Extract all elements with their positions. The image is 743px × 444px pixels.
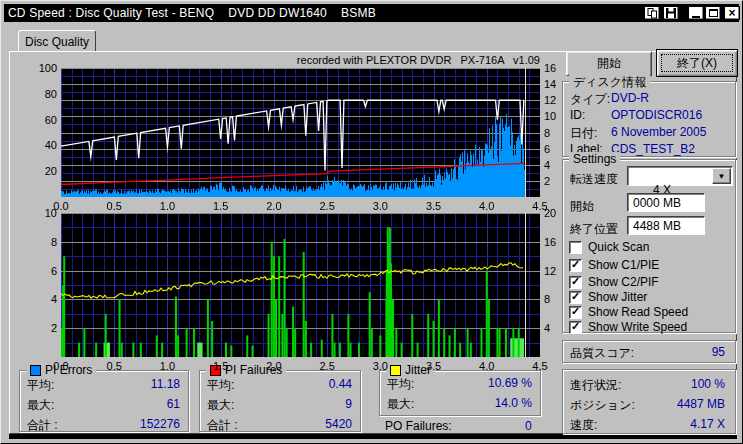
axis-tick-label: 8 xyxy=(544,293,566,305)
disc-info-title: ディスク情報 xyxy=(569,74,650,91)
checkbox-box[interactable]: ✓ xyxy=(569,276,582,289)
combo-dropdown-button[interactable]: ▼ xyxy=(712,168,731,184)
checkbox-show-read-speed[interactable]: ✓Show Read Speed xyxy=(569,305,688,319)
axis-tick-label: 10 xyxy=(29,207,57,219)
axis-tick-label: 1.0 xyxy=(155,360,179,372)
axis-tick-label: 4.5 xyxy=(528,360,552,372)
chevron-down-icon: ▼ xyxy=(718,172,726,181)
maximize-button[interactable] xyxy=(705,6,721,20)
axis-tick-label: 8 xyxy=(544,127,566,139)
jitter-stats-box: Jitter 平均:10.69 % 最大:14.0 % xyxy=(379,370,541,416)
minimize-icon xyxy=(692,16,700,18)
bottom-divider xyxy=(9,434,737,439)
minimize-button[interactable] xyxy=(688,6,704,20)
progress-value: 100 % xyxy=(691,377,725,391)
pi-errors-stats-box: PI Errors 平均:11.18 最大:61 合計 :152276 xyxy=(19,370,189,432)
disc-date-label: 日付: xyxy=(570,125,597,142)
title-bar[interactable]: CD Speed : Disc Quality Test - BENQ DVD … xyxy=(4,4,739,22)
pi-failures-total-row: 合計 :5420 xyxy=(207,417,352,434)
pi-failures-stats-box: PI Failures 平均:0.44 最大:9 合計 :5420 xyxy=(199,370,361,432)
axis-tick-label: 2.5 xyxy=(315,200,339,212)
axis-tick-label: 4 xyxy=(29,293,57,305)
check-icon: ✓ xyxy=(571,258,580,271)
axis-tick-label: 3.5 xyxy=(422,200,446,212)
axis-tick-label: 4.0 xyxy=(475,360,499,372)
pi-errors-color-swatch xyxy=(30,365,41,376)
quality-score-box: 品質スコア: 95 xyxy=(562,340,736,363)
po-failures-value: 0 xyxy=(525,419,532,433)
exit-button[interactable]: 終了(X) xyxy=(656,49,738,77)
axis-tick-label: 6 xyxy=(544,143,566,155)
end-pos-input[interactable]: 4488 MB xyxy=(627,216,705,235)
checkbox-show-c1-pie[interactable]: ✓Show C1/PIE xyxy=(569,258,659,272)
disc-info-group: ディスク情報 タイプ: DVD-R ID: OPTODISCR016 日付: 6… xyxy=(562,81,736,157)
disc-label-value: CDS_TEST_B2 xyxy=(611,142,695,156)
checkbox-box[interactable]: ✓ xyxy=(569,306,582,319)
check-icon: ✓ xyxy=(571,290,580,303)
checkbox-box[interactable]: ✓ xyxy=(569,241,582,254)
copy-icon xyxy=(647,8,658,19)
axis-tick-label: 60 xyxy=(29,114,57,126)
tab-disc-quality[interactable]: Disc Quality xyxy=(18,30,96,52)
settings-title: Settings xyxy=(569,152,620,166)
axis-tick-label: 1.5 xyxy=(209,360,233,372)
checkbox-show-jitter[interactable]: ✓Show Jitter xyxy=(569,290,647,304)
axis-tick-label: 2 xyxy=(29,322,57,334)
pi-errors-max-row: 最大:61 xyxy=(27,397,180,414)
axis-tick-label: 40 xyxy=(29,139,57,151)
axis-tick-label: 3.0 xyxy=(368,200,392,212)
axis-tick-label: 3.5 xyxy=(422,360,446,372)
check-icon: ✓ xyxy=(571,320,580,333)
pi-failures-jitter-chart xyxy=(61,213,540,357)
pi-failures-avg-row: 平均:0.44 xyxy=(207,377,352,394)
position-value: 4487 MB xyxy=(677,397,725,411)
axis-tick-label: 80 xyxy=(29,88,57,100)
axis-tick-label: 16 xyxy=(544,62,566,74)
axis-tick-label: 12 xyxy=(544,94,566,106)
axis-tick-label: 8 xyxy=(29,236,57,248)
axis-tick-label: 10 xyxy=(544,110,566,122)
checkbox-show-write-speed[interactable]: ✓Show Write Speed xyxy=(569,320,687,334)
window-title: CD Speed : Disc Quality Test - BENQ DVD … xyxy=(8,6,376,20)
quality-score-label: 品質スコア: xyxy=(570,345,634,362)
axis-tick-label: 12 xyxy=(544,265,566,277)
checkbox-box[interactable]: ✓ xyxy=(569,291,582,304)
axis-tick-label: 2.0 xyxy=(262,360,286,372)
position-label: ポジション: xyxy=(570,397,635,414)
disc-id-label: ID: xyxy=(570,108,585,122)
checkbox-show-c2-pif[interactable]: ✓Show C2/PIF xyxy=(569,275,659,289)
close-button[interactable]: × xyxy=(724,6,740,20)
progress-label: 進行状況: xyxy=(570,377,621,394)
checkbox-quick-scan[interactable]: ✓Quick Scan xyxy=(569,240,649,254)
start-button[interactable]: 開始 xyxy=(566,51,652,76)
pi-errors-speed-chart xyxy=(61,68,540,197)
start-pos-label: 開始 xyxy=(570,198,594,215)
axis-tick-label: 3.0 xyxy=(368,360,392,372)
jitter-max-row: 最大:14.0 % xyxy=(387,396,532,413)
application-window: CD Speed : Disc Quality Test - BENQ DVD … xyxy=(0,0,743,444)
maximize-icon xyxy=(709,9,718,17)
checkbox-box[interactable]: ✓ xyxy=(569,259,582,272)
jitter-avg-row: 平均:10.69 % xyxy=(387,376,532,393)
quality-score-value: 95 xyxy=(712,345,725,359)
axis-tick-label: 0.0 xyxy=(49,360,73,372)
axis-tick-label: 4.0 xyxy=(475,200,499,212)
end-pos-label: 終了位置 xyxy=(570,221,618,238)
speed-label: 転送速度 xyxy=(570,171,618,188)
speed-stat-label: 速度: xyxy=(570,417,597,434)
start-pos-input[interactable]: 0000 MB xyxy=(627,193,705,212)
speed-stat-value: 4.17 X xyxy=(690,417,725,431)
tab-label: Disc Quality xyxy=(25,35,89,49)
po-failures-label: PO Failures: xyxy=(385,419,452,433)
axis-tick-label: 2.0 xyxy=(262,200,286,212)
axis-tick-label: 0.5 xyxy=(102,360,126,372)
save-button[interactable] xyxy=(663,6,679,20)
speed-combobox[interactable]: 4 X ▼ xyxy=(627,166,733,186)
progress-box: 進行状況: 100 % ポジション: 4487 MB 速度: 4.17 X xyxy=(562,369,736,434)
checkbox-box[interactable]: ✓ xyxy=(569,321,582,334)
axis-tick-label: 4 xyxy=(544,322,566,334)
axis-tick-label: 1.0 xyxy=(155,200,179,212)
copy-button[interactable] xyxy=(644,6,660,20)
axis-tick-label: 100 xyxy=(29,62,57,74)
axis-tick-label: 2.5 xyxy=(315,360,339,372)
